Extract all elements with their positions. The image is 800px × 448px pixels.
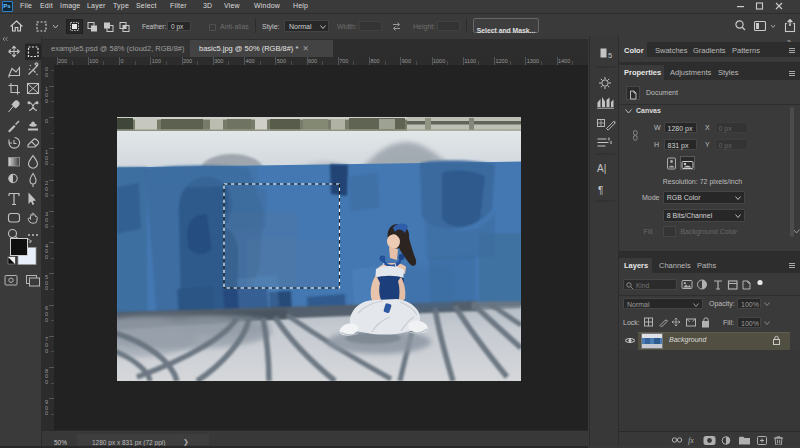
svg-text:5: 5: [608, 51, 612, 60]
svg-text:A|: A|: [597, 163, 606, 174]
svg-text:fx: fx: [688, 436, 694, 445]
svg-text:¶: ¶: [598, 185, 603, 196]
